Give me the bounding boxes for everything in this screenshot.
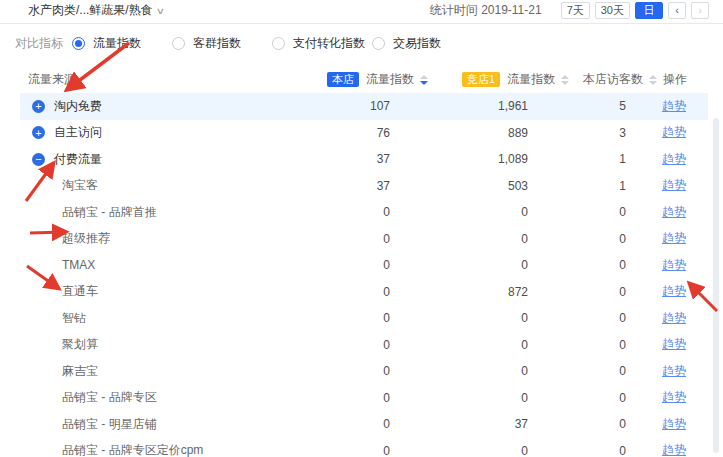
column-header-visitors[interactable]: 本店访客数 bbox=[583, 66, 657, 93]
range-button-30天[interactable]: 30天 bbox=[595, 2, 630, 19]
rival-index-value: 1,089 bbox=[395, 152, 530, 166]
category-selector[interactable]: 水产肉类/...鲜蔬果/熟食 ∨ bbox=[28, 2, 163, 19]
table-row: +自主访问768893趋势 bbox=[20, 120, 708, 147]
own-index-value: 0 bbox=[300, 285, 395, 299]
source-name-cell: 麻吉宝 bbox=[20, 363, 300, 380]
table-row: 智钻000趋势 bbox=[20, 305, 708, 332]
own-index-value: 0 bbox=[300, 391, 395, 405]
category-title: 水产肉类/...鲜蔬果/熟食 bbox=[28, 2, 153, 19]
rival-index-value: 0 bbox=[395, 258, 530, 272]
sort-icon[interactable] bbox=[420, 75, 428, 85]
range-button-7天[interactable]: 7天 bbox=[561, 2, 590, 19]
visitors-value: 0 bbox=[530, 417, 630, 431]
rival-index-value: 0 bbox=[395, 338, 530, 352]
visitors-value: 1 bbox=[530, 152, 630, 166]
trend-link[interactable]: 趋势 bbox=[662, 125, 686, 139]
vertical-scrollbar[interactable] bbox=[713, 118, 719, 453]
range-button-日[interactable]: 日 bbox=[635, 2, 663, 19]
visitors-value: 0 bbox=[530, 338, 630, 352]
table-row: TMAX000趋势 bbox=[20, 252, 708, 279]
radio-label: 流量指数 bbox=[93, 35, 141, 52]
column-header-actions: 操作 bbox=[663, 66, 687, 93]
source-name-cell: +自主访问 bbox=[20, 124, 300, 141]
source-name-cell: 超级推荐 bbox=[20, 230, 300, 247]
trend-link[interactable]: 趋势 bbox=[662, 152, 686, 166]
trend-link[interactable]: 趋势 bbox=[662, 390, 686, 404]
own-index-value: 37 bbox=[300, 152, 395, 166]
source-name-cell: 淘宝客 bbox=[20, 177, 300, 194]
rival-index-value: 0 bbox=[395, 311, 530, 325]
own-index-value: 76 bbox=[300, 126, 395, 140]
actions-cell: 趋势 bbox=[630, 98, 708, 115]
table-row: 品销宝 - 品牌专区000趋势 bbox=[20, 385, 708, 412]
radio-option[interactable]: 流量指数 bbox=[72, 35, 172, 52]
actions-cell: 趋势 bbox=[630, 177, 708, 194]
table-row: 麻吉宝000趋势 bbox=[20, 358, 708, 385]
column-header-own-index[interactable]: 本店 流量指数 bbox=[327, 66, 428, 93]
collapse-icon[interactable]: − bbox=[32, 153, 45, 166]
trend-link[interactable]: 趋势 bbox=[662, 443, 686, 457]
radio-icon bbox=[72, 37, 85, 50]
trend-link[interactable]: 趋势 bbox=[662, 364, 686, 378]
rival-index-value: 0 bbox=[395, 205, 530, 219]
actions-cell: 趋势 bbox=[630, 283, 708, 300]
own-index-value: 0 bbox=[300, 338, 395, 352]
stat-time-label: 统计时间 2019-11-21 bbox=[430, 2, 542, 19]
trend-link[interactable]: 趋势 bbox=[662, 284, 686, 298]
trend-link[interactable]: 趋势 bbox=[662, 417, 686, 431]
actions-cell: 趋势 bbox=[630, 230, 708, 247]
source-name: 智钻 bbox=[62, 310, 86, 327]
expand-icon[interactable]: + bbox=[32, 126, 45, 139]
next-period-button[interactable]: › bbox=[691, 2, 709, 19]
traffic-source-table: 流量来源 本店 流量指数 竞店1 流量指数 本店访客数 操作 +淘内免费1071… bbox=[20, 66, 708, 457]
actions-cell: 趋势 bbox=[630, 151, 708, 168]
radio-option[interactable]: 支付转化指数 bbox=[272, 35, 372, 52]
trend-link[interactable]: 趋势 bbox=[662, 205, 686, 219]
radio-option[interactable]: 客群指数 bbox=[172, 35, 272, 52]
rival-index-value: 872 bbox=[395, 285, 530, 299]
radio-label: 客群指数 bbox=[193, 35, 241, 52]
source-name-cell: 智钻 bbox=[20, 310, 300, 327]
actions-cell: 趋势 bbox=[630, 442, 708, 457]
own-index-value: 0 bbox=[300, 444, 395, 457]
own-index-value: 0 bbox=[300, 258, 395, 272]
trend-link[interactable]: 趋势 bbox=[662, 99, 686, 113]
source-name-cell: 品销宝 - 品牌专区定价cpm bbox=[20, 442, 300, 457]
column-header-rival-index[interactable]: 竞店1 流量指数 bbox=[462, 66, 569, 93]
table-row: 淘宝客375031趋势 bbox=[20, 173, 708, 200]
visitors-value: 5 bbox=[530, 99, 630, 113]
trend-link[interactable]: 趋势 bbox=[662, 178, 686, 192]
own-index-value: 107 bbox=[300, 99, 395, 113]
range-buttons: 7天30天日‹› bbox=[556, 2, 709, 19]
compare-metric-label: 对比指标 bbox=[15, 35, 72, 52]
expand-icon[interactable]: + bbox=[32, 100, 45, 113]
visitors-value: 0 bbox=[530, 285, 630, 299]
source-name: 品销宝 - 品牌首推 bbox=[62, 204, 157, 221]
source-name: TMAX bbox=[62, 258, 95, 272]
actions-cell: 趋势 bbox=[630, 363, 708, 380]
rival-index-value: 0 bbox=[395, 444, 530, 457]
own-index-value: 0 bbox=[300, 232, 395, 246]
prev-period-button[interactable]: ‹ bbox=[668, 2, 686, 19]
own-index-value: 0 bbox=[300, 205, 395, 219]
trend-link[interactable]: 趋势 bbox=[662, 337, 686, 351]
trend-link[interactable]: 趋势 bbox=[662, 258, 686, 272]
radio-icon bbox=[372, 37, 385, 50]
table-body: +淘内免费1071,9615趋势+自主访问768893趋势−付费流量371,08… bbox=[20, 93, 708, 457]
own-index-value: 0 bbox=[300, 417, 395, 431]
sort-icon[interactable] bbox=[561, 75, 569, 85]
source-name: 付费流量 bbox=[54, 151, 102, 168]
visitors-value: 0 bbox=[530, 232, 630, 246]
trend-link[interactable]: 趋势 bbox=[662, 231, 686, 245]
actions-cell: 趋势 bbox=[630, 336, 708, 353]
trend-link[interactable]: 趋势 bbox=[662, 311, 686, 325]
radio-label: 交易指数 bbox=[393, 35, 441, 52]
visitors-value: 0 bbox=[530, 391, 630, 405]
source-name: 直通车 bbox=[62, 283, 98, 300]
rival-index-value: 37 bbox=[395, 417, 530, 431]
sort-icon[interactable] bbox=[649, 75, 657, 85]
radio-option[interactable]: 交易指数 bbox=[372, 35, 472, 52]
visitors-value: 0 bbox=[530, 364, 630, 378]
source-name-cell: 聚划算 bbox=[20, 336, 300, 353]
radio-icon bbox=[272, 37, 285, 50]
